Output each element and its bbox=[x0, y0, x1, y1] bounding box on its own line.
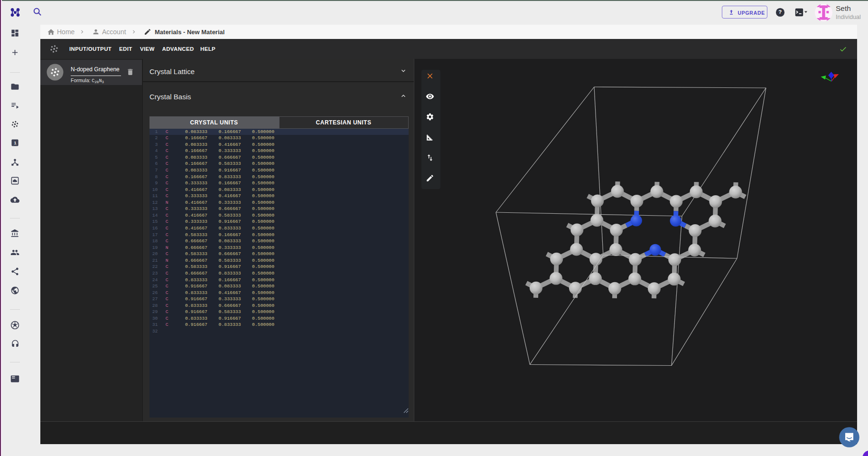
svg-text:1: 1 bbox=[14, 140, 17, 145]
